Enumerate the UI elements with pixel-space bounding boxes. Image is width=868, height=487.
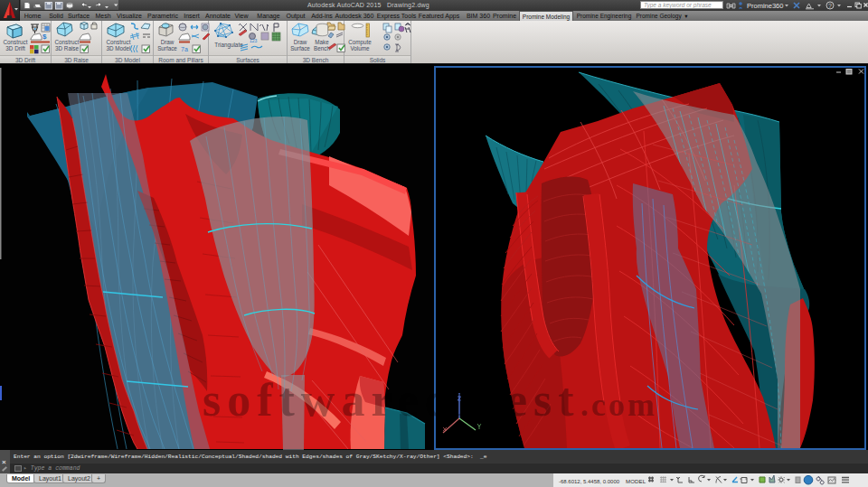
svg-text:?: ? <box>828 3 832 9</box>
svg-text:7a: 7a <box>181 46 188 52</box>
svg-text:$: $ <box>42 33 47 41</box>
svg-text:Promine360: Promine360 <box>747 2 783 10</box>
svg-text:123: 123 <box>250 38 258 43</box>
